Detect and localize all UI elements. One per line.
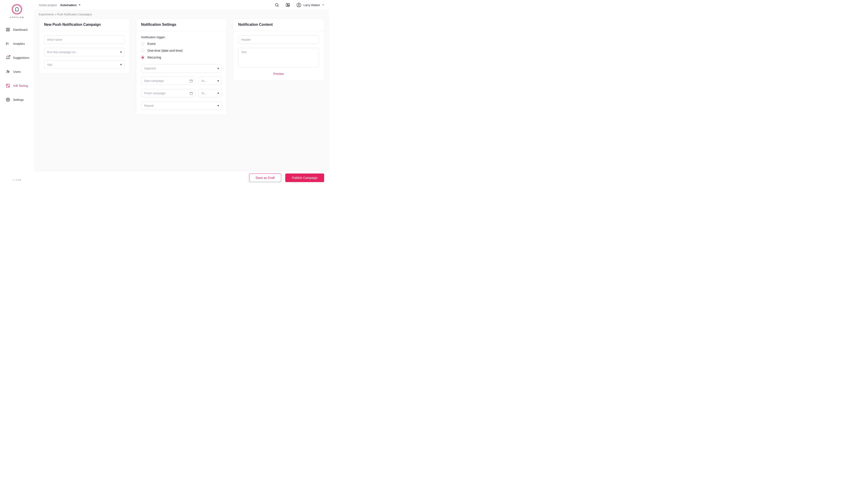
finish-date-input[interactable] [141, 89, 195, 97]
search-button[interactable] [275, 3, 279, 7]
brand-text: APPFLOW [9, 16, 24, 19]
svg-text:?: ? [288, 5, 289, 7]
project-label: Active project: [39, 3, 57, 7]
select-placeholder: Segment [144, 67, 156, 70]
chart-icon [6, 41, 10, 46]
svg-point-10 [275, 3, 278, 6]
caret-down-icon: ▾ [217, 79, 219, 83]
chevron-down-icon [79, 4, 81, 6]
sidebar-item-label: Users [13, 70, 21, 73]
main: Active project: Autotraders ? Larry Walk… [34, 0, 329, 184]
svg-rect-3 [8, 30, 9, 31]
footer-bar: Save as Draft Publish Campaign [34, 171, 329, 184]
save-draft-button[interactable]: Save as Draft [249, 173, 281, 182]
select-placeholder: App [47, 63, 52, 66]
breadcrumb-current: Push Notification Campaigns [57, 13, 92, 16]
avatar-icon [296, 2, 301, 7]
grid-icon [6, 28, 10, 32]
header-input[interactable] [238, 35, 319, 44]
svg-text:B: B [8, 86, 9, 87]
text-input[interactable] [238, 48, 319, 67]
sidebar-item-label: Settings [13, 98, 24, 101]
card-title: Notification Settings [141, 23, 222, 27]
select-placeholder: Repeat [144, 104, 153, 107]
svg-point-14 [298, 4, 300, 5]
sidebar-item-label: Dashboard [13, 28, 28, 31]
project-name: Autotraders [60, 3, 77, 7]
radio-icon [141, 49, 144, 52]
radio-label: Recurring [147, 56, 161, 59]
trigger-radio-event[interactable]: Event [141, 42, 222, 46]
svg-point-9 [7, 99, 8, 100]
notification-dot [9, 55, 10, 57]
finish-time-select[interactable]: At...▾ [198, 89, 222, 97]
card-notification-content: Notification Content Preview [233, 18, 324, 80]
gear-icon [6, 98, 10, 102]
preview-link[interactable]: Preview [238, 72, 319, 75]
start-date-input[interactable] [141, 76, 195, 85]
chevron-down-icon [322, 4, 324, 6]
users-icon [6, 70, 10, 74]
card-title: Notification Content [238, 23, 319, 27]
svg-point-4 [7, 70, 8, 72]
caret-down-icon: ▾ [217, 104, 219, 107]
repeat-select[interactable]: Repeat▾ [141, 101, 222, 110]
sidebar-item-analytics[interactable]: Analytics [0, 39, 34, 48]
svg-point-5 [8, 71, 9, 72]
calendar-icon[interactable] [189, 92, 193, 95]
trigger-radio-recurring[interactable]: Recurring [141, 56, 222, 59]
short-name-input[interactable] [44, 35, 125, 44]
card-notification-settings: Notification Settings Notification trigg… [136, 18, 227, 115]
sidebar-item-label: Suggestions [13, 56, 29, 59]
book-icon: ? [285, 3, 290, 7]
breadcrumb-root[interactable]: Experiments [39, 13, 54, 16]
sidebar-item-suggestions[interactable]: Suggestions [0, 53, 34, 62]
card-title: New Push Notification Campaign [44, 23, 125, 27]
card-new-campaign: New Push Notification Campaign Run this … [39, 18, 130, 74]
caret-down-icon: ▾ [120, 51, 122, 54]
sidebar-item-ab-testing[interactable]: AB A/B Testing [0, 81, 34, 90]
user-menu[interactable]: Larry Walker [296, 2, 324, 7]
breadcrumb-sep: » [55, 13, 56, 16]
content: Experiments » Push Notification Campaign… [34, 10, 329, 171]
version-label: v. 1.8.8 [13, 178, 21, 184]
docs-button[interactable]: ? [285, 3, 290, 7]
search-icon [275, 3, 279, 7]
sidebar-item-dashboard[interactable]: Dashboard [0, 25, 34, 34]
topbar: Active project: Autotraders ? Larry Walk… [34, 0, 329, 10]
svg-rect-16 [190, 92, 193, 95]
user-name: Larry Walker [304, 3, 320, 7]
start-time-select[interactable]: At...▾ [198, 76, 222, 85]
sidebar-item-label: Analytics [13, 42, 25, 45]
breadcrumb: Experiments » Push Notification Campaign… [39, 13, 324, 16]
app-select[interactable]: App▾ [44, 60, 125, 69]
trigger-radio-onetime[interactable]: One-time (date and time) [141, 49, 222, 53]
project-switcher[interactable]: Autotraders [60, 3, 81, 7]
caret-down-icon: ▾ [120, 63, 122, 66]
caret-down-icon: ▾ [217, 67, 219, 70]
select-placeholder: At... [202, 79, 207, 83]
calendar-icon[interactable] [189, 79, 193, 83]
svg-rect-2 [6, 30, 7, 31]
sidebar-item-users[interactable]: Users [0, 67, 34, 76]
svg-rect-0 [6, 28, 7, 29]
radio-icon [141, 56, 144, 59]
run-on-select[interactable]: Run this campaign on...▾ [44, 48, 125, 56]
select-placeholder: Run this campaign on... [47, 51, 78, 54]
sidebar: APPFLOW Dashboard Analytics Suggestions … [0, 0, 34, 184]
sidebar-item-label: A/B Testing [13, 84, 28, 88]
radio-label: Event [147, 42, 156, 46]
publish-button[interactable]: Publish Campaign [285, 173, 324, 182]
nav: Dashboard Analytics Suggestions Users AB… [0, 25, 34, 109]
sidebar-item-settings[interactable]: Settings [0, 95, 34, 104]
caret-down-icon: ▾ [217, 92, 219, 95]
trigger-label: Notification trigger: [141, 35, 222, 39]
svg-rect-1 [8, 28, 9, 29]
select-placeholder: At... [202, 92, 207, 95]
svg-rect-15 [190, 80, 193, 82]
ab-icon: AB [6, 84, 10, 88]
svg-text:A: A [7, 85, 8, 86]
segment-select[interactable]: Segment▾ [141, 64, 222, 72]
radio-icon [141, 42, 144, 45]
radio-label: One-time (date and time) [147, 49, 183, 53]
